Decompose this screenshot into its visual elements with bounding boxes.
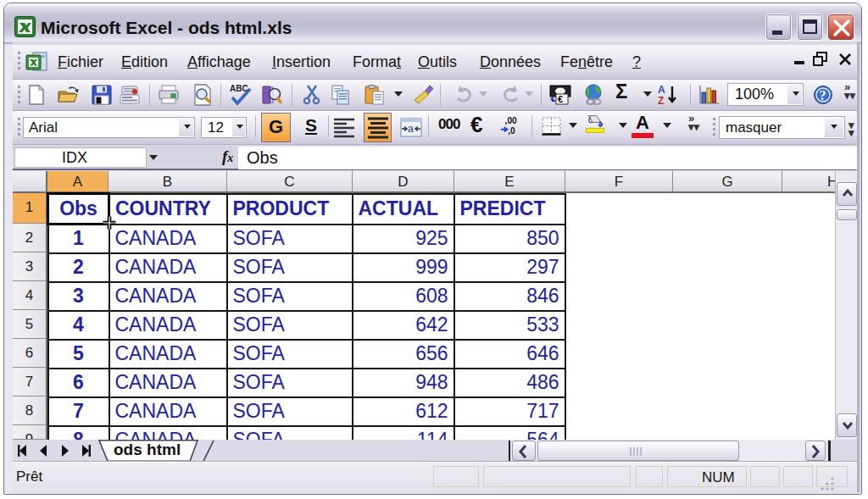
svg-text:,0: ,0: [508, 126, 515, 136]
svg-text:ABC: ABC: [230, 84, 248, 93]
svg-text:a: a: [408, 123, 414, 135]
svg-text:,00: ,00: [505, 116, 518, 125]
svg-text:Z: Z: [658, 95, 664, 106]
svg-text:?: ?: [820, 88, 826, 103]
svg-text:€: €: [558, 94, 563, 104]
svg-text:A: A: [658, 84, 665, 96]
